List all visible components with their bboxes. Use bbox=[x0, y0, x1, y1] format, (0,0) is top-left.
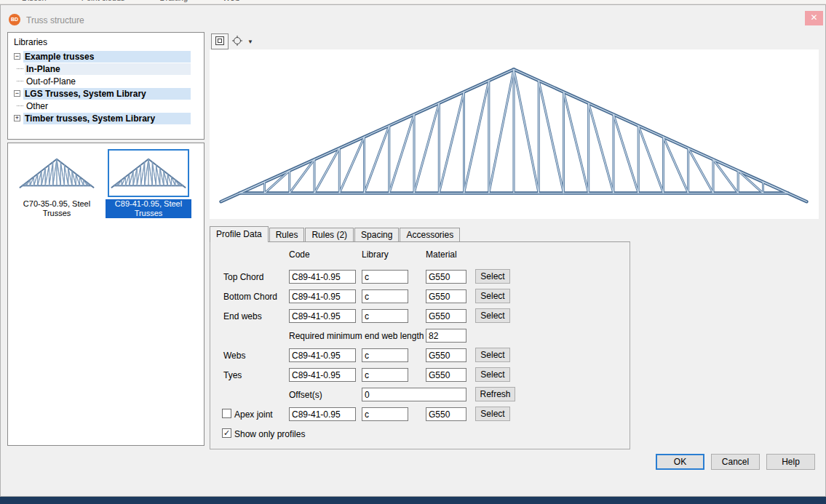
tyes-select-button[interactable]: Select bbox=[475, 367, 510, 382]
bottom-chord-select-button[interactable]: Select bbox=[475, 289, 510, 303]
truss-thumbnail-c70-35-0-95-steel-trusses[interactable]: C70-35-0.95, Steel Trusses bbox=[12, 149, 101, 218]
offset-label: Offset(s) bbox=[289, 390, 322, 400]
library-tree-item-other[interactable]: Other bbox=[8, 100, 204, 112]
tab-accessories[interactable]: Accessories bbox=[400, 228, 460, 241]
apex-joint-select-button[interactable]: Select bbox=[475, 407, 510, 421]
tab-rules[interactable]: Rules bbox=[269, 228, 305, 241]
libraries-panel: Libraries −Example trussesIn-PlaneOut-of… bbox=[7, 32, 204, 140]
end-webs-label: End webs bbox=[223, 311, 262, 321]
taskbar bbox=[0, 497, 826, 504]
library-tree-label: Timber trusses, System Library bbox=[23, 113, 191, 124]
tyes-material-input[interactable] bbox=[426, 368, 466, 382]
library-tree-label: Out-of-Plane bbox=[25, 76, 191, 87]
library-tree-label: LGS Trusses, System Library bbox=[23, 88, 191, 100]
ok-button[interactable]: OK bbox=[656, 454, 704, 470]
end-webs-material-input[interactable] bbox=[426, 309, 466, 323]
close-button[interactable]: ✕ bbox=[805, 11, 823, 25]
help-button[interactable]: Help bbox=[766, 454, 815, 470]
bottom-chord-library-input[interactable] bbox=[362, 289, 408, 303]
thumbnail-list: C70-35-0.95, Steel TrussesC89-41-0.95, S… bbox=[12, 149, 196, 218]
tyes-library-input[interactable] bbox=[362, 368, 408, 382]
form-row-webs: WebsSelect bbox=[210, 347, 630, 367]
webs-code-input[interactable] bbox=[289, 348, 356, 362]
library-tree-label: Other bbox=[25, 100, 191, 112]
tab-spacing[interactable]: Spacing bbox=[354, 228, 399, 241]
library-tree-item-timber-trusses-system-library[interactable]: +Timber trusses, System Library bbox=[8, 112, 204, 124]
tyes-label: Tyes bbox=[223, 370, 242, 380]
fit-view-button[interactable] bbox=[211, 33, 229, 49]
library-tree-item-lgs-trusses-system-library[interactable]: −LGS Trusses, System Library bbox=[8, 87, 204, 100]
form-row-offset-s: Offset(s)Refresh bbox=[210, 386, 630, 406]
top-chord-library-input[interactable] bbox=[362, 270, 408, 284]
truss-thumbnail-c89-41-0-95-steel-trusses[interactable]: C89-41-0.95, Steel Trusses bbox=[104, 149, 193, 218]
apex-joint-checkbox[interactable] bbox=[222, 409, 231, 418]
bottom-chord-material-input[interactable] bbox=[426, 289, 466, 303]
truss-thumbnail-label: C70-35-0.95, Steel Trusses bbox=[14, 199, 100, 218]
libraries-title: Libraries bbox=[14, 37, 47, 47]
collapse-icon[interactable]: − bbox=[14, 90, 20, 97]
top-chord-select-button[interactable]: Select bbox=[475, 269, 510, 284]
library-tree: −Example trussesIn-PlaneOut-of-Plane−LGS… bbox=[8, 50, 204, 124]
fit-view-icon bbox=[214, 35, 226, 49]
top-chord-code-input[interactable] bbox=[289, 270, 356, 284]
view-options-button[interactable] bbox=[229, 33, 246, 49]
form-row-tyes: TyesSelect bbox=[210, 367, 630, 386]
truss-preview-area bbox=[210, 49, 819, 219]
tab-profile-data[interactable]: Profile Data bbox=[210, 226, 269, 242]
background-menu-item: W3S bbox=[223, 0, 240, 2]
view-options-dropdown-arrow-icon[interactable]: ▼ bbox=[246, 33, 255, 49]
column-header-library: Library bbox=[362, 249, 389, 260]
truss-thumbnail-image bbox=[108, 149, 189, 197]
form-row-top-chord: Top ChordSelect bbox=[210, 268, 630, 288]
title-bar: BD Truss structure ✕ bbox=[0, 4, 826, 26]
thumbnails-panel: C70-35-0.95, Steel TrussesC89-41-0.95, S… bbox=[7, 143, 204, 446]
end-webs-code-input[interactable] bbox=[289, 309, 356, 323]
end-webs-library-input[interactable] bbox=[362, 309, 408, 323]
collapse-icon[interactable]: − bbox=[14, 53, 20, 60]
form-row-show-only-profiles: Show only profiles bbox=[210, 425, 630, 445]
expand-icon[interactable]: + bbox=[14, 115, 20, 121]
show-only-profiles-checkbox[interactable] bbox=[222, 428, 231, 438]
apex-joint-label: Apex joint bbox=[234, 409, 273, 420]
end-webs-select-button[interactable]: Select bbox=[475, 308, 510, 323]
tyes-code-input[interactable] bbox=[289, 368, 356, 382]
offset-input[interactable] bbox=[362, 388, 466, 401]
column-header-code: Code bbox=[289, 249, 310, 260]
truss-thumbnail-image bbox=[16, 149, 98, 197]
window-title: Truss structure bbox=[26, 15, 84, 25]
library-tree-label: Example trusses bbox=[23, 51, 191, 63]
apex-joint-material-input[interactable] bbox=[426, 407, 466, 421]
bottom-chord-code-input[interactable] bbox=[289, 289, 356, 303]
view-options-icon bbox=[231, 35, 243, 49]
webs-material-input[interactable] bbox=[426, 348, 466, 362]
cancel-button[interactable]: Cancel bbox=[711, 454, 760, 470]
top-chord-material-input[interactable] bbox=[426, 270, 466, 284]
library-tree-label: In-Plane bbox=[25, 63, 191, 75]
apex-joint-code-input[interactable] bbox=[289, 407, 356, 421]
form-row-end-webs: End websSelect bbox=[210, 308, 630, 327]
form-row-bottom-chord: Bottom ChordSelect bbox=[210, 288, 630, 308]
end-web-length-input[interactable] bbox=[426, 329, 466, 343]
refresh-button[interactable]: Refresh bbox=[475, 387, 515, 401]
tab-strip: Profile DataRulesRules (2)SpacingAccesso… bbox=[210, 226, 630, 242]
apex-joint-library-input[interactable] bbox=[362, 407, 408, 421]
library-tree-item-in-plane[interactable]: In-Plane bbox=[8, 63, 204, 75]
form-row-apex-joint: Apex jointSelect bbox=[210, 406, 630, 425]
webs-select-button[interactable]: Select bbox=[475, 348, 510, 362]
bottom-chord-label: Bottom Chord bbox=[223, 292, 277, 302]
library-tree-item-example-trusses[interactable]: −Example trusses bbox=[8, 50, 204, 63]
webs-library-input[interactable] bbox=[362, 348, 408, 362]
app-icon: BD bbox=[9, 14, 20, 25]
tab-rules-2[interactable]: Rules (2) bbox=[305, 228, 354, 241]
background-menu-item: Discon bbox=[22, 0, 47, 2]
background-menubar: DisconPoint cloudsDraftingW3S bbox=[22, 0, 826, 2]
background-menu-item: Point clouds bbox=[82, 0, 125, 2]
required-minimum-end-web-length-label: Required minimum end web length bbox=[289, 331, 424, 341]
form-row-required-minimum-end-web-length: Required minimum end web length bbox=[210, 327, 630, 347]
show-only-profiles-label: Show only profiles bbox=[234, 429, 305, 439]
library-tree-item-out-of-plane[interactable]: Out-of-Plane bbox=[8, 75, 204, 87]
truss-thumbnail-label: C89-41-0.95, Steel Trusses bbox=[106, 199, 191, 218]
preview-toolbar: ▼ bbox=[211, 33, 255, 50]
webs-label: Webs bbox=[223, 351, 245, 361]
top-chord-label: Top Chord bbox=[223, 272, 263, 282]
